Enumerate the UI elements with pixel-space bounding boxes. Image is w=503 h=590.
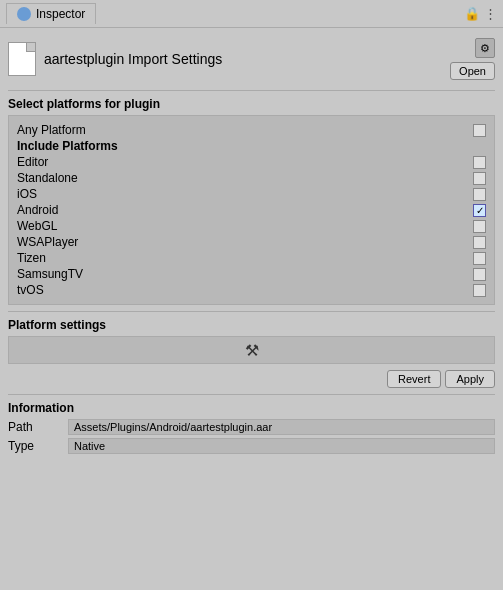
android-settings-icon: ⚒ (245, 341, 259, 360)
platform-label-ios: iOS (17, 187, 37, 201)
info-divider (8, 394, 495, 395)
header-divider (8, 90, 495, 91)
platforms-divider (8, 311, 495, 312)
revert-button[interactable]: Revert (387, 370, 441, 388)
platforms-section: Select platforms for plugin Any Platform… (8, 97, 495, 305)
info-key-type: Type (8, 439, 68, 453)
any-platform-checkbox[interactable] (473, 124, 486, 137)
title-bar-controls: 🔒 ⋮ (464, 6, 497, 21)
title-bar: Inspector 🔒 ⋮ (0, 0, 503, 28)
platform-checkbox-android[interactable]: ✓ (473, 204, 486, 217)
platform-checkbox-webgl[interactable] (473, 220, 486, 233)
platform-label-editor: Editor (17, 155, 48, 169)
platform-settings-section: Platform settings ⚒ (8, 318, 495, 364)
info-row-type: Type Native (8, 438, 495, 454)
lock-icon[interactable]: 🔒 (464, 6, 480, 21)
platform-row-tvos: tvOS (17, 282, 486, 298)
platform-checkbox-wsaplayer[interactable] (473, 236, 486, 249)
any-platform-row: Any Platform (17, 122, 486, 138)
platform-row-ios: iOS (17, 186, 486, 202)
platform-label-standalone: Standalone (17, 171, 78, 185)
info-value-type: Native (68, 438, 495, 454)
platform-label-samsungtv: SamsungTV (17, 267, 83, 281)
apply-button[interactable]: Apply (445, 370, 495, 388)
buttons-row: Revert Apply (8, 370, 495, 388)
platform-settings-bar: ⚒ (8, 336, 495, 364)
platform-checkbox-standalone[interactable] (473, 172, 486, 185)
platforms-section-title: Select platforms for plugin (8, 97, 495, 111)
info-value-path: Assets/Plugins/Android/aartestplugin.aar (68, 419, 495, 435)
info-row-path: Path Assets/Plugins/Android/aartestplugi… (8, 419, 495, 435)
inspector-tab-label: Inspector (36, 7, 85, 21)
platform-row-samsungtv: SamsungTV (17, 266, 486, 282)
platform-row-android: Android ✓ (17, 202, 486, 218)
platform-checkbox-tvos[interactable] (473, 284, 486, 297)
file-icon (8, 42, 36, 76)
include-platforms-header: Include Platforms (17, 138, 486, 154)
unlock-icon[interactable]: ⋮ (484, 6, 497, 21)
open-button[interactable]: Open (450, 62, 495, 80)
platform-row-standalone: Standalone (17, 170, 486, 186)
platform-row-tizen: Tizen (17, 250, 486, 266)
information-section: Information Path Assets/Plugins/Android/… (8, 401, 495, 454)
info-key-path: Path (8, 420, 68, 434)
platform-label-webgl: WebGL (17, 219, 57, 233)
platform-settings-title: Platform settings (8, 318, 495, 332)
header-left: aartestplugin Import Settings (8, 42, 222, 76)
platform-checkbox-ios[interactable] (473, 188, 486, 201)
platform-row-editor: Editor (17, 154, 486, 170)
platform-label-tizen: Tizen (17, 251, 46, 265)
header-title: aartestplugin Import Settings (44, 51, 222, 67)
platform-label-android: Android (17, 203, 58, 217)
platforms-box: Any Platform Include Platforms Editor St… (8, 115, 495, 305)
inspector-icon (17, 7, 31, 21)
platform-checkbox-tizen[interactable] (473, 252, 486, 265)
inspector-tab[interactable]: Inspector (6, 3, 96, 24)
platform-checkbox-samsungtv[interactable] (473, 268, 486, 281)
platform-checkbox-editor[interactable] (473, 156, 486, 169)
main-panel: aartestplugin Import Settings ⚙ Open Sel… (0, 28, 503, 463)
include-platforms-label: Include Platforms (17, 139, 118, 153)
header-row: aartestplugin Import Settings ⚙ Open (8, 34, 495, 84)
platform-row-wsaplayer: WSAPlayer (17, 234, 486, 250)
platform-label-wsaplayer: WSAPlayer (17, 235, 78, 249)
platform-row-webgl: WebGL (17, 218, 486, 234)
information-title: Information (8, 401, 495, 415)
platform-label-tvos: tvOS (17, 283, 44, 297)
gear-button[interactable]: ⚙ (475, 38, 495, 58)
any-platform-label: Any Platform (17, 123, 86, 137)
